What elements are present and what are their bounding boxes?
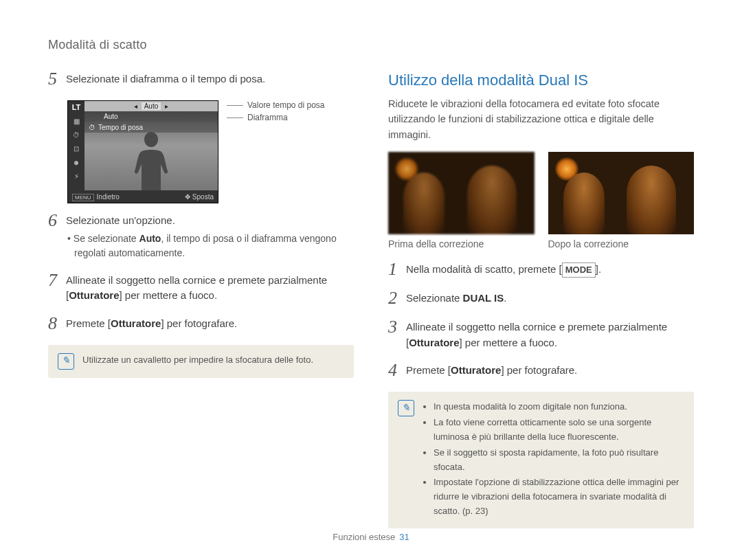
note-box-left: ✎ Utilizzate un cavalletto per impedire … [48, 345, 354, 378]
section-intro: Riducete le vibrazioni della fotocamera … [388, 96, 694, 142]
step7-text: Allineate il soggetto nella cornice e pr… [66, 273, 354, 304]
note-icon: ✎ [398, 400, 414, 416]
flash-off-icon: ⚡︎ [71, 171, 82, 181]
step2-text: Selezionate DUAL IS. [406, 291, 694, 306]
lcd-move: Sposta [192, 193, 214, 201]
step8-text: Premete [Otturatore] per fotografare. [66, 316, 354, 332]
menu-badge: MENU [72, 194, 94, 201]
callout-aperture: Diaframma [227, 113, 325, 122]
step3-text: Allineate il soggetto nella cornice e pr… [406, 320, 694, 350]
step-number-6: 6 [48, 212, 66, 229]
mode-button-label: MODE [562, 262, 596, 278]
step6-sub: Se selezionate Auto, il tempo di posa o … [66, 232, 354, 260]
lcd-top-row: ◂ Auto ▸ [85, 101, 218, 111]
person-silhouette [127, 128, 175, 190]
page-footer: Funzioni estese31 [0, 532, 742, 542]
callout-shutter-value: Valore tempo di posa [227, 100, 325, 110]
left-column: 5 Selezionate il diaframma o il tempo di… [48, 71, 354, 528]
caption-after: Dopo la correzione [548, 238, 695, 249]
lcd-back: Indietro [97, 193, 120, 201]
burst-icon: ▦ [71, 116, 82, 126]
chevron-right-icon: ▸ [165, 102, 168, 110]
chevron-left-icon: ◂ [134, 102, 137, 110]
lcd-auto-2: Auto [104, 113, 118, 120]
step-number-1: 1 [388, 260, 406, 278]
page-title: Modalità di scatto [48, 38, 694, 52]
step5-text: Selezionate il diaframma o il tempo di p… [66, 71, 354, 87]
clock-icon: ⏱ [71, 130, 82, 139]
photo-before [388, 152, 535, 234]
step-number-3: 3 [388, 318, 406, 336]
lcd-auto-1: Auto [142, 102, 161, 110]
step4-text: Premete [Otturatore] per fotografare. [406, 363, 694, 379]
step-number-8: 8 [48, 315, 66, 333]
right-column: Utilizzo della modalità Dual IS Riducete… [388, 71, 694, 528]
step-number-7: 7 [48, 271, 66, 289]
caption-before: Prima della correzione [388, 238, 535, 249]
focus-icon: ⊡ [71, 144, 82, 153]
note-list: In questa modalità lo zoom digitale non … [423, 400, 684, 519]
clock-icon-row: ⏱ [89, 124, 95, 131]
note-text: Utilizzate un cavalletto per impedire la… [82, 353, 313, 370]
face-icon: ☻ [71, 157, 82, 167]
step1-text: Nella modalità di scatto, premete [MODE]… [406, 262, 694, 278]
section-heading: Utilizzo della modalità Dual IS [388, 71, 694, 89]
step6-text: Selezionate un'opzione. [66, 213, 354, 229]
step-number-5: 5 [48, 70, 66, 88]
lcd-mode-lt: LT [71, 102, 82, 112]
move-icon: ✥ [185, 193, 192, 201]
lcd-mockup: LT ▦ ⏱ ⊡ ☻ ⚡︎ ◂ Auto ▸ [67, 100, 218, 203]
note-box-right: ✎ In questa modalità lo zoom digitale no… [388, 392, 694, 528]
step-number-2: 2 [388, 289, 406, 307]
note-icon: ✎ [58, 353, 74, 370]
step-number-4: 4 [388, 361, 406, 379]
photo-after [548, 152, 695, 234]
